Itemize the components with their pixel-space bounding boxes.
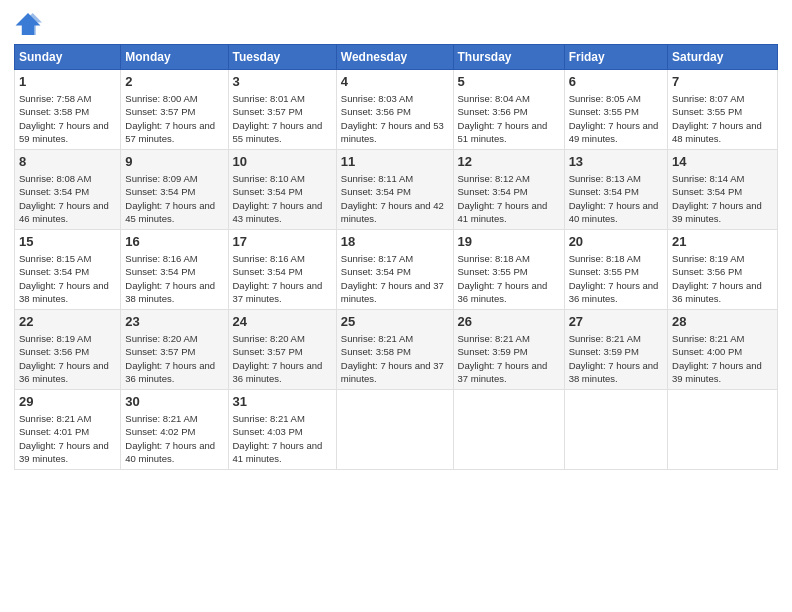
sunrise: Sunrise: 8:13 AM [569, 173, 641, 184]
sunset: Sunset: 3:54 PM [125, 186, 195, 197]
daylight: Daylight: 7 hours and 41 minutes. [233, 440, 323, 464]
day-cell: 11Sunrise: 8:11 AMSunset: 3:54 PMDayligh… [336, 150, 453, 230]
daylight: Daylight: 7 hours and 36 minutes. [672, 280, 762, 304]
daylight: Daylight: 7 hours and 36 minutes. [458, 280, 548, 304]
sunrise: Sunrise: 8:14 AM [672, 173, 744, 184]
header-wednesday: Wednesday [336, 45, 453, 70]
day-cell: 27Sunrise: 8:21 AMSunset: 3:59 PMDayligh… [564, 310, 667, 390]
daylight: Daylight: 7 hours and 37 minutes. [233, 280, 323, 304]
sunset: Sunset: 3:55 PM [569, 106, 639, 117]
daylight: Daylight: 7 hours and 36 minutes. [125, 360, 215, 384]
sunset: Sunset: 3:54 PM [19, 266, 89, 277]
day-number: 11 [341, 153, 449, 171]
header [14, 10, 778, 38]
day-number: 3 [233, 73, 332, 91]
day-number: 5 [458, 73, 560, 91]
day-cell [564, 390, 667, 470]
svg-marker-0 [16, 13, 41, 35]
day-number: 19 [458, 233, 560, 251]
sunset: Sunset: 3:56 PM [672, 266, 742, 277]
day-cell [668, 390, 778, 470]
day-cell: 30Sunrise: 8:21 AMSunset: 4:02 PMDayligh… [121, 390, 228, 470]
sunset: Sunset: 4:02 PM [125, 426, 195, 437]
sunrise: Sunrise: 8:19 AM [19, 333, 91, 344]
sunset: Sunset: 3:54 PM [19, 186, 89, 197]
sunrise: Sunrise: 8:03 AM [341, 93, 413, 104]
daylight: Daylight: 7 hours and 57 minutes. [125, 120, 215, 144]
day-cell: 21Sunrise: 8:19 AMSunset: 3:56 PMDayligh… [668, 230, 778, 310]
sunset: Sunset: 4:01 PM [19, 426, 89, 437]
sunset: Sunset: 3:54 PM [672, 186, 742, 197]
sunrise: Sunrise: 8:21 AM [341, 333, 413, 344]
day-cell: 8Sunrise: 8:08 AMSunset: 3:54 PMDaylight… [15, 150, 121, 230]
sunrise: Sunrise: 8:21 AM [569, 333, 641, 344]
sunset: Sunset: 3:54 PM [569, 186, 639, 197]
sunset: Sunset: 3:54 PM [341, 186, 411, 197]
sunset: Sunset: 3:56 PM [341, 106, 411, 117]
day-number: 14 [672, 153, 773, 171]
day-cell: 1Sunrise: 7:58 AMSunset: 3:58 PMDaylight… [15, 70, 121, 150]
daylight: Daylight: 7 hours and 36 minutes. [569, 280, 659, 304]
day-cell [336, 390, 453, 470]
day-cell: 12Sunrise: 8:12 AMSunset: 3:54 PMDayligh… [453, 150, 564, 230]
day-number: 16 [125, 233, 223, 251]
day-number: 6 [569, 73, 663, 91]
daylight: Daylight: 7 hours and 36 minutes. [19, 360, 109, 384]
sunrise: Sunrise: 8:11 AM [341, 173, 413, 184]
day-number: 25 [341, 313, 449, 331]
daylight: Daylight: 7 hours and 49 minutes. [569, 120, 659, 144]
day-number: 21 [672, 233, 773, 251]
sunset: Sunset: 3:56 PM [19, 346, 89, 357]
day-cell: 4Sunrise: 8:03 AMSunset: 3:56 PMDaylight… [336, 70, 453, 150]
logo [14, 10, 46, 38]
daylight: Daylight: 7 hours and 41 minutes. [458, 200, 548, 224]
sunrise: Sunrise: 8:12 AM [458, 173, 530, 184]
sunset: Sunset: 3:56 PM [458, 106, 528, 117]
sunset: Sunset: 3:55 PM [569, 266, 639, 277]
daylight: Daylight: 7 hours and 38 minutes. [19, 280, 109, 304]
daylight: Daylight: 7 hours and 48 minutes. [672, 120, 762, 144]
day-number: 28 [672, 313, 773, 331]
sunrise: Sunrise: 8:21 AM [233, 413, 305, 424]
daylight: Daylight: 7 hours and 38 minutes. [569, 360, 659, 384]
day-cell: 26Sunrise: 8:21 AMSunset: 3:59 PMDayligh… [453, 310, 564, 390]
logo-icon [14, 10, 42, 38]
day-cell: 28Sunrise: 8:21 AMSunset: 4:00 PMDayligh… [668, 310, 778, 390]
day-number: 23 [125, 313, 223, 331]
daylight: Daylight: 7 hours and 39 minutes. [19, 440, 109, 464]
sunrise: Sunrise: 8:20 AM [125, 333, 197, 344]
daylight: Daylight: 7 hours and 36 minutes. [233, 360, 323, 384]
day-number: 24 [233, 313, 332, 331]
header-saturday: Saturday [668, 45, 778, 70]
sunrise: Sunrise: 8:10 AM [233, 173, 305, 184]
calendar-table: SundayMondayTuesdayWednesdayThursdayFrid… [14, 44, 778, 470]
day-cell: 3Sunrise: 8:01 AMSunset: 3:57 PMDaylight… [228, 70, 336, 150]
week-row-2: 8Sunrise: 8:08 AMSunset: 3:54 PMDaylight… [15, 150, 778, 230]
sunset: Sunset: 3:54 PM [233, 266, 303, 277]
day-cell: 17Sunrise: 8:16 AMSunset: 3:54 PMDayligh… [228, 230, 336, 310]
sunset: Sunset: 3:57 PM [125, 346, 195, 357]
day-cell: 23Sunrise: 8:20 AMSunset: 3:57 PMDayligh… [121, 310, 228, 390]
sunrise: Sunrise: 8:15 AM [19, 253, 91, 264]
header-thursday: Thursday [453, 45, 564, 70]
daylight: Daylight: 7 hours and 37 minutes. [341, 360, 444, 384]
day-cell: 25Sunrise: 8:21 AMSunset: 3:58 PMDayligh… [336, 310, 453, 390]
daylight: Daylight: 7 hours and 43 minutes. [233, 200, 323, 224]
sunrise: Sunrise: 8:18 AM [569, 253, 641, 264]
day-number: 12 [458, 153, 560, 171]
sunrise: Sunrise: 8:17 AM [341, 253, 413, 264]
day-number: 1 [19, 73, 116, 91]
daylight: Daylight: 7 hours and 51 minutes. [458, 120, 548, 144]
sunset: Sunset: 3:58 PM [19, 106, 89, 117]
sunrise: Sunrise: 8:09 AM [125, 173, 197, 184]
day-cell: 19Sunrise: 8:18 AMSunset: 3:55 PMDayligh… [453, 230, 564, 310]
day-cell: 14Sunrise: 8:14 AMSunset: 3:54 PMDayligh… [668, 150, 778, 230]
sunrise: Sunrise: 8:20 AM [233, 333, 305, 344]
daylight: Daylight: 7 hours and 46 minutes. [19, 200, 109, 224]
day-number: 31 [233, 393, 332, 411]
sunrise: Sunrise: 8:21 AM [19, 413, 91, 424]
sunrise: Sunrise: 8:21 AM [458, 333, 530, 344]
day-headers: SundayMondayTuesdayWednesdayThursdayFrid… [15, 45, 778, 70]
day-cell: 6Sunrise: 8:05 AMSunset: 3:55 PMDaylight… [564, 70, 667, 150]
day-cell: 13Sunrise: 8:13 AMSunset: 3:54 PMDayligh… [564, 150, 667, 230]
